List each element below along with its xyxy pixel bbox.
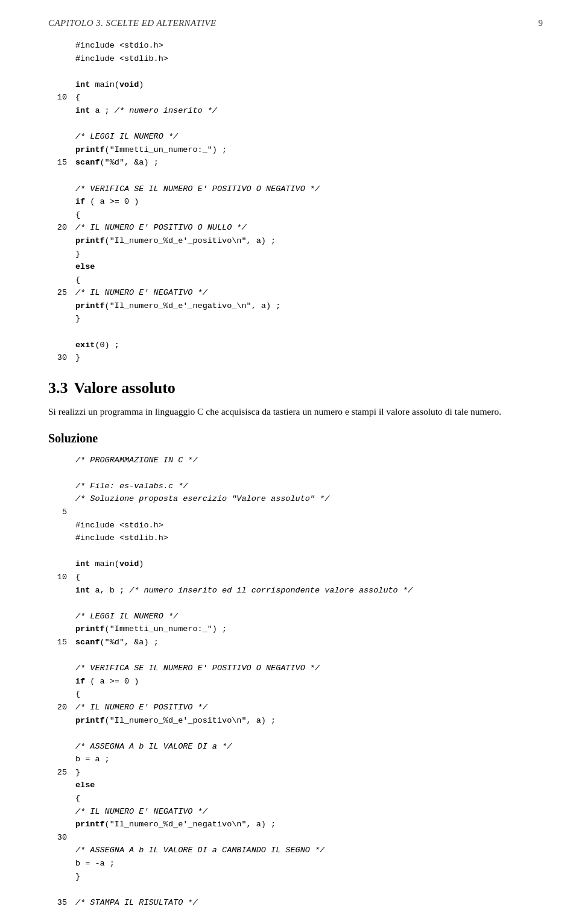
- line-number: 20: [48, 221, 75, 234]
- code-line: [48, 65, 543, 78]
- line-content: /* ASSEGNA A b IL VALORE DI a CAMBIANDO …: [75, 844, 543, 857]
- line-content: }: [75, 312, 543, 325]
- line-number: 10: [48, 571, 75, 584]
- line-number: 10: [48, 91, 75, 104]
- line-content: /* IL NUMERO E' NEGATIVO */: [75, 805, 543, 819]
- code-line: exit(0) ;: [48, 339, 543, 352]
- code-line: [48, 467, 543, 480]
- line-number: 15: [48, 156, 75, 169]
- code-line: /* Soluzione proposta esercizio "Valore …: [48, 492, 543, 506]
- line-number: 25: [48, 766, 75, 779]
- line-number: 30: [48, 831, 75, 844]
- code-line: /* LEGGI IL NUMERO */: [48, 610, 543, 623]
- code-line: /* LEGGI IL NUMERO */: [48, 130, 543, 143]
- code-line: if ( a >= 0 ): [48, 675, 543, 688]
- line-content: if ( a >= 0 ): [75, 195, 543, 209]
- code-line: }: [48, 248, 543, 261]
- code-line: [48, 883, 543, 896]
- code-line: b = -a ;: [48, 857, 543, 870]
- code-line: /* File: es-valabs.c */: [48, 480, 543, 493]
- line-content: #include <stdio.h>: [75, 39, 543, 52]
- line-content: }: [75, 351, 543, 365]
- line-content: [75, 169, 543, 183]
- code-block-2: /* PROGRAMMAZIONE IN C */ /* File: es-va…: [48, 454, 543, 910]
- code-line: #include <stdlib.h>: [48, 532, 543, 545]
- code-line: b = a ;: [48, 753, 543, 766]
- code-line: 15 scanf("%d", &a) ;: [48, 156, 543, 169]
- code-line: int main(void): [48, 78, 543, 92]
- code-line: #include <stdio.h>: [48, 519, 543, 532]
- code-line: #include <stdlib.h>: [48, 52, 543, 66]
- code-line: 35 /* STAMPA IL RISULTATO */: [48, 896, 543, 910]
- code-line: else: [48, 779, 543, 792]
- code-line: [48, 727, 543, 740]
- code-line: /* IL NUMERO E' NEGATIVO */: [48, 805, 543, 819]
- line-content: [75, 883, 543, 896]
- code-line: int a ; /* numero inserito */: [48, 104, 543, 118]
- code-line: printf("Immetti_un_numero:_") ;: [48, 623, 543, 636]
- line-content: {: [75, 274, 543, 287]
- code-line: {: [48, 274, 543, 287]
- code-line: [48, 545, 543, 558]
- line-content: else: [75, 779, 543, 792]
- code-line: int main(void): [48, 558, 543, 571]
- code-line: 20 /* IL NUMERO E' POSITIVO O NULLO */: [48, 221, 543, 234]
- code-line: }: [48, 312, 543, 325]
- line-number: 25: [48, 286, 75, 300]
- line-content: /* VERIFICA SE IL NUMERO E' POSITIVO O N…: [75, 662, 543, 675]
- code-line: 30: [48, 831, 543, 844]
- line-content: int main(void): [75, 558, 543, 571]
- code-line: [48, 169, 543, 183]
- line-content: [75, 467, 543, 480]
- line-content: {: [75, 792, 543, 805]
- line-content: if ( a >= 0 ): [75, 675, 543, 688]
- code-line: else: [48, 260, 543, 274]
- code-line: 10{: [48, 571, 543, 584]
- line-content: b = -a ;: [75, 857, 543, 870]
- line-number: 15: [48, 636, 75, 649]
- code-line: {: [48, 688, 543, 701]
- line-content: {: [75, 209, 543, 222]
- line-content: printf("Il_numero_%d_e'_negativo_\n", a)…: [75, 300, 543, 313]
- line-content: #include <stdlib.h>: [75, 52, 543, 66]
- line-content: int a ; /* numero inserito */: [75, 104, 543, 118]
- code-line: printf("Il_numero_%d_e'_negativo\n", a) …: [48, 818, 543, 831]
- line-content: else: [75, 260, 543, 274]
- line-content: {: [75, 91, 543, 104]
- code-line: 30}: [48, 351, 543, 365]
- line-content: [75, 118, 543, 131]
- line-content: [75, 727, 543, 740]
- line-content: exit(0) ;: [75, 339, 543, 352]
- line-content: /* LEGGI IL NUMERO */: [75, 130, 543, 143]
- line-content: [75, 545, 543, 558]
- code-line: /* VERIFICA SE IL NUMERO E' POSITIVO O N…: [48, 662, 543, 675]
- line-content: /* VERIFICA SE IL NUMERO E' POSITIVO O N…: [75, 183, 543, 196]
- line-content: /* IL NUMERO E' NEGATIVO */: [75, 286, 543, 300]
- code-line: #include <stdio.h>: [48, 39, 543, 52]
- line-number: 35: [48, 896, 75, 910]
- line-content: /* File: es-valabs.c */: [75, 480, 543, 493]
- line-content: /* ASSEGNA A b IL VALORE DI a */: [75, 740, 543, 753]
- solution-heading: Soluzione: [48, 432, 543, 445]
- line-content: [75, 65, 543, 78]
- code-line: 25 }: [48, 766, 543, 779]
- line-content: int a, b ; /* numero inserito ed il corr…: [75, 584, 543, 597]
- line-content: #include <stdlib.h>: [75, 532, 543, 545]
- code-line: printf("Il_numero_%d_e'_positivo\n", a) …: [48, 714, 543, 728]
- code-line: printf("Il_numero_%d_e'_negativo_\n", a)…: [48, 300, 543, 313]
- line-content: }: [75, 766, 543, 779]
- line-content: printf("Il_numero_%d_e'_positivo\n", a) …: [75, 234, 543, 248]
- code-line: [48, 325, 543, 339]
- line-content: [75, 597, 543, 610]
- code-line: /* ASSEGNA A b IL VALORE DI a */: [48, 740, 543, 753]
- line-content: [75, 649, 543, 662]
- line-content: [75, 831, 543, 844]
- code-line: 15 scanf("%d", &a) ;: [48, 636, 543, 649]
- section-heading-33: 3.3Valore assoluto: [48, 379, 543, 397]
- line-content: /* Soluzione proposta esercizio "Valore …: [75, 492, 543, 506]
- line-content: }: [75, 870, 543, 884]
- line-content: printf("Immetti_un_numero:_") ;: [75, 623, 543, 636]
- line-number: 20: [48, 701, 75, 714]
- code-line: 5: [48, 506, 543, 519]
- line-content: {: [75, 688, 543, 701]
